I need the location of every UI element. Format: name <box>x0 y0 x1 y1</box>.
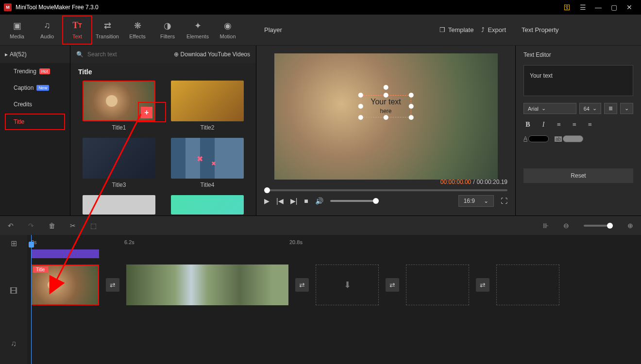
category-caption[interactable]: CaptionNew <box>0 80 70 96</box>
zoom-slider[interactable] <box>584 225 613 227</box>
preview-panel: Your texthere 00:00:00.00/00:00:20.19 ▶ … <box>256 46 516 215</box>
motion-icon: ◉ <box>223 21 233 31</box>
media-tab[interactable]: ▣Media <box>2 16 32 45</box>
template-title4[interactable]: ✖✖Title4 <box>167 138 248 188</box>
volume-icon[interactable]: 🔊 <box>315 197 323 205</box>
empty-clip-slot[interactable] <box>406 265 469 305</box>
undo-button[interactable]: ↶ <box>8 222 14 230</box>
transition-slot-2[interactable]: ⇄ <box>295 278 309 292</box>
next-frame-button[interactable]: ▶| <box>290 197 298 205</box>
category-sidebar: ▸ All(52) TrendingHot CaptionNew Credits… <box>0 46 70 215</box>
filters-icon: ◑ <box>163 21 172 31</box>
bold-button[interactable]: B <box>523 121 532 129</box>
transition-tab[interactable]: ⇄Transition <box>92 16 122 45</box>
category-all[interactable]: ▸ All(52) <box>0 46 70 63</box>
stop-button[interactable]: ■ <box>304 197 308 205</box>
redo-button[interactable]: ↷ <box>28 222 34 230</box>
timeline-clip-title[interactable]: Title <box>31 265 99 305</box>
transition-slot-3[interactable]: ⇄ <box>386 278 399 292</box>
effects-tab[interactable]: ❋Effects <box>122 16 152 45</box>
time-total: 00:00:20.19 <box>477 179 507 185</box>
timeline-toolbar: ↶ ↷ 🗑 ✂ ⬚ ⊪ ⊖ ⊕ <box>0 215 641 235</box>
new-badge: New <box>36 85 49 91</box>
gallery-section-title: Title <box>70 63 256 81</box>
maximize-button[interactable]: ▢ <box>606 0 622 15</box>
align-center-button[interactable]: ≡ <box>570 121 579 129</box>
aspect-ratio-select[interactable]: 16:9⌄ <box>458 195 494 207</box>
time-current: 00:00:00.00 <box>440 179 471 185</box>
zoom-out-button[interactable]: ⊖ <box>563 222 569 230</box>
template-gallery: 🔍 ⊕ Download YouTube Videos Title + Titl… <box>70 46 256 215</box>
folder-icon: ▣ <box>12 21 22 31</box>
template-title6[interactable] <box>167 195 248 215</box>
crop-button[interactable]: ⬚ <box>90 222 97 230</box>
playhead[interactable] <box>31 235 32 364</box>
timeline-clip-video[interactable] <box>126 265 288 305</box>
empty-clip-slot[interactable] <box>496 265 559 305</box>
search-input[interactable] <box>87 51 170 58</box>
key-icon[interactable]: ⚿ <box>559 0 575 15</box>
category-title[interactable]: Title <box>5 114 65 130</box>
reset-button[interactable]: Reset <box>523 168 633 183</box>
line-spacing-button[interactable]: ≣ <box>604 103 617 114</box>
effects-icon: ❋ <box>133 21 142 31</box>
audio-track-icon: ♫ <box>11 339 17 348</box>
delete-button[interactable]: 🗑 <box>49 222 55 230</box>
category-trending[interactable]: TrendingHot <box>0 63 70 80</box>
export-button[interactable]: ⤴Export <box>481 26 506 33</box>
text-content-input[interactable]: Your text <box>523 65 633 96</box>
template-title1[interactable]: + Title1 <box>78 81 160 131</box>
highlight-color-button[interactable]: ab <box>555 135 583 142</box>
prev-frame-button[interactable]: |◀ <box>276 197 284 205</box>
text-editor-label: Text Editor <box>523 51 633 58</box>
text-color-button[interactable]: A <box>523 135 549 142</box>
template-title2[interactable]: Title2 <box>167 81 248 131</box>
italic-button[interactable]: I <box>539 121 548 129</box>
more-options-button[interactable]: ⌄ <box>620 103 633 114</box>
text-property-label: Text Property <box>514 26 639 33</box>
chevron-down-icon: ⌄ <box>624 105 629 112</box>
template-title5[interactable] <box>78 195 160 215</box>
preview-canvas[interactable]: Your texthere <box>274 53 498 180</box>
text-overlay[interactable]: Your texthere <box>360 95 411 117</box>
transition-icon: ⇄ <box>102 21 112 31</box>
close-button[interactable]: ✕ <box>622 0 637 15</box>
fullscreen-button[interactable]: ⛶ <box>501 197 507 205</box>
download-videos-link[interactable]: ⊕ Download YouTube Videos <box>174 51 250 58</box>
filters-tab[interactable]: ◑Filters <box>152 16 183 45</box>
align-left-button[interactable]: ≡ <box>555 121 563 129</box>
category-credits[interactable]: Credits <box>0 96 70 113</box>
empty-clip-slot[interactable]: ⬇ <box>316 265 379 305</box>
volume-slider[interactable] <box>330 200 379 202</box>
app-logo-icon: M <box>4 3 12 11</box>
align-right-button[interactable]: ≡ <box>586 121 594 129</box>
add-track-button[interactable]: ⊞ <box>11 239 17 248</box>
zoom-in-button[interactable]: ⊕ <box>627 222 633 230</box>
play-button[interactable]: ▶ <box>264 197 270 205</box>
template-button[interactable]: ❒Template <box>439 26 474 33</box>
properties-panel: Text Editor Your text Arial⌄ 64⌄ ≣ ⌄ B I… <box>516 46 641 215</box>
text-tab[interactable]: TTText <box>62 16 92 45</box>
elements-icon: ✦ <box>193 21 202 31</box>
transition-slot-4[interactable]: ⇄ <box>476 278 489 292</box>
audio-tab[interactable]: ♫Audio <box>32 16 62 45</box>
minimize-button[interactable]: — <box>590 0 606 15</box>
template-title3[interactable]: Title3 <box>78 138 160 188</box>
seek-slider[interactable] <box>264 189 507 191</box>
timeline: ⊞ 🎞 ♫ 0s 6.2s 20.8s Title ⇄ ⇄ ⬇ ⇄ ⇄ <box>0 235 641 364</box>
transition-slot-1[interactable]: ⇄ <box>106 278 119 292</box>
font-size-select[interactable]: 64⌄ <box>579 103 601 114</box>
time-ruler[interactable]: 0s 6.2s 20.8s <box>27 235 641 249</box>
video-track-icon: 🎞 <box>10 287 17 296</box>
menu-icon[interactable]: ☰ <box>575 0 590 15</box>
split-button[interactable]: ✂ <box>70 222 76 230</box>
text-track-clip[interactable] <box>31 249 99 258</box>
auto-fit-button[interactable]: ⊪ <box>543 222 549 230</box>
music-icon: ♫ <box>42 21 52 31</box>
elements-tab[interactable]: ✦Elements <box>183 16 213 45</box>
chevron-down-icon: ⌄ <box>541 105 546 112</box>
font-family-select[interactable]: Arial⌄ <box>523 103 576 114</box>
hot-badge: Hot <box>39 68 50 74</box>
main-toolbar: ▣Media ♫Audio TTText ⇄Transition ❋Effect… <box>0 15 641 46</box>
motion-tab[interactable]: ◉Motion <box>213 16 243 45</box>
